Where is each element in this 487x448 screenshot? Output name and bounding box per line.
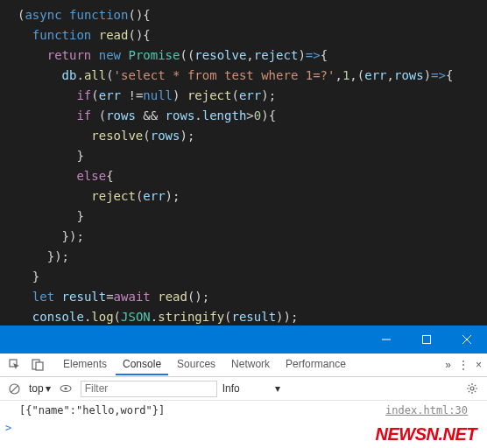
code-line[interactable]: return new Promise((resolve,reject)=>{ — [18, 46, 487, 66]
close-icon — [462, 335, 471, 344]
code-line[interactable]: (async function(){ — [18, 5, 487, 25]
code-line[interactable]: else{ — [18, 166, 487, 186]
maximize-icon — [422, 335, 431, 344]
maximize-button[interactable] — [406, 326, 447, 354]
minimize-button[interactable] — [366, 326, 406, 354]
devtools-menu-icon[interactable]: ⋮ — [458, 359, 469, 371]
device-toggle-icon[interactable] — [28, 357, 47, 373]
devtools-header: ElementsConsoleSourcesNetworkPerformance… — [0, 354, 487, 377]
code-line[interactable]: if(err !=null) reject(err); — [18, 86, 487, 106]
code-line[interactable]: let result=await read(); — [18, 287, 487, 307]
tab-sources[interactable]: Sources — [170, 354, 222, 375]
code-line[interactable]: console.log(JSON.stringify(result)); — [18, 307, 487, 326]
code-line[interactable]: } — [18, 146, 487, 166]
context-label: top — [29, 382, 44, 395]
console-log-row: [{"name":"hello,word"}] index.html:30 — [0, 401, 487, 420]
code-line[interactable]: }); — [18, 247, 487, 267]
code-line[interactable]: } — [18, 267, 487, 287]
context-selector[interactable]: top ▾ — [29, 382, 51, 395]
code-line[interactable]: db.all('select * from test where 1=?',1,… — [18, 66, 487, 86]
eye-icon[interactable] — [56, 381, 75, 396]
close-button[interactable] — [447, 326, 487, 354]
filter-input[interactable] — [81, 381, 217, 397]
inspect-icon[interactable] — [5, 357, 25, 373]
svg-rect-3 — [36, 362, 43, 370]
tab-network[interactable]: Network — [224, 354, 277, 375]
devtools-tabs: ElementsConsoleSourcesNetworkPerformance — [56, 354, 441, 375]
tab-performance[interactable]: Performance — [279, 354, 353, 375]
settings-icon[interactable] — [462, 381, 482, 396]
code-line[interactable]: reject(err); — [18, 186, 487, 206]
svg-rect-0 — [423, 336, 431, 344]
tab-console[interactable]: Console — [116, 354, 168, 375]
more-tabs-icon[interactable]: » — [445, 359, 451, 371]
svg-point-7 — [470, 387, 474, 390]
code-line[interactable]: } — [18, 206, 487, 227]
code-editor[interactable]: (async function(){ function read(){ retu… — [0, 0, 487, 326]
console-toolbar: top ▾ Info ▾ — [0, 377, 487, 401]
svg-point-6 — [64, 387, 67, 389]
devtools-close-icon[interactable]: × — [476, 359, 482, 371]
log-message: [{"name":"hello,word"}] — [19, 404, 165, 416]
clear-console-icon[interactable] — [5, 382, 24, 396]
watermark: NEWSN.NET — [376, 424, 477, 444]
chevron-down-icon: ▾ — [46, 382, 51, 395]
code-line[interactable]: }); — [18, 227, 487, 247]
window-titlebar — [0, 326, 487, 354]
log-source[interactable]: index.html:30 — [385, 404, 468, 416]
chevron-down-icon: ▾ — [275, 382, 280, 395]
code-line[interactable]: resolve(rows); — [18, 126, 487, 146]
minimize-icon — [382, 335, 391, 344]
code-line[interactable]: if (rows && rows.length>0){ — [18, 106, 487, 126]
tab-elements[interactable]: Elements — [56, 354, 114, 375]
code-line[interactable]: function read(){ — [18, 25, 487, 46]
log-level-selector[interactable]: Info ▾ — [222, 382, 280, 395]
level-label: Info — [222, 382, 240, 395]
